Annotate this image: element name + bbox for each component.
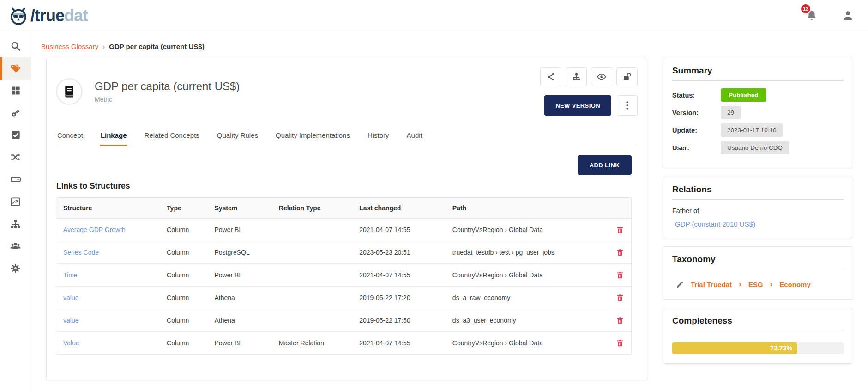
share-button[interactable] — [540, 67, 561, 86]
users-icon — [10, 240, 21, 252]
sidebar-item-analytics[interactable] — [0, 190, 31, 213]
cell-last-changed: 2021-04-07 14:55 — [352, 332, 446, 354]
user-menu-button[interactable] — [842, 9, 854, 22]
share-icon — [547, 73, 555, 81]
grid-icon — [11, 86, 21, 96]
structure-link[interactable]: Value — [63, 339, 79, 347]
breadcrumb-separator: › — [102, 43, 105, 50]
concept-card: GDP per capita (current US$) Metric — [46, 58, 647, 380]
sidebar-item-settings[interactable] — [0, 257, 31, 279]
tab-related-concepts[interactable]: Related Concepts — [144, 128, 200, 146]
tab-linkage[interactable]: Linkage — [100, 128, 127, 146]
tab-quality-implementations[interactable]: Quality Implementations — [275, 128, 350, 146]
sidebar-item-quality[interactable] — [0, 124, 31, 146]
add-link-button[interactable]: ADD LINK — [578, 155, 632, 175]
delete-link-button[interactable] — [616, 271, 624, 279]
taxonomy-link-subdomain[interactable]: ESG — [748, 281, 763, 288]
column-header-type: Type — [160, 198, 207, 219]
links-section-title: Links to Structures — [56, 181, 638, 191]
taxonomy-separator: › — [739, 280, 741, 289]
trash-icon — [616, 271, 624, 279]
top-header: /truedat 13 — [0, 0, 868, 31]
delete-link-button[interactable] — [616, 316, 624, 325]
tab-concept[interactable]: Concept — [57, 128, 84, 146]
sidebar-item-permissions[interactable] — [0, 102, 31, 124]
chart-icon — [10, 196, 21, 207]
tab-history[interactable]: History — [367, 128, 390, 146]
sidebar-item-structures[interactable] — [0, 168, 31, 190]
cell-type: Column — [160, 219, 207, 241]
taxonomy-link-leaf[interactable]: Economy — [779, 281, 811, 288]
column-header-relation-type: Relation Type — [272, 198, 352, 219]
trash-icon — [616, 226, 624, 234]
breadcrumb: Business Glossary › GDP per capita (curr… — [41, 43, 853, 50]
breadcrumb-current: GDP per capita (current US$) — [109, 43, 204, 50]
relations-title: Relations — [672, 184, 844, 200]
user-label: User: — [672, 144, 721, 152]
structure-link[interactable]: Series Code — [63, 249, 99, 256]
delete-link-button[interactable] — [616, 248, 624, 257]
tab-audit[interactable]: Audit — [406, 128, 423, 146]
column-header-last-changed: Last changed — [352, 198, 446, 219]
page-title: GDP per capita (current US$) — [95, 80, 240, 93]
table-row: Series Code Column PostgreSQL 2023-05-23… — [56, 241, 631, 264]
cell-relation-type — [272, 241, 352, 264]
completeness-panel: Completeness 72.73% — [663, 308, 853, 364]
cell-relation-type — [272, 264, 352, 287]
user-icon — [842, 9, 854, 22]
key-icon — [10, 107, 21, 118]
table-row: Average GDP Growth Column Power BI 2021-… — [56, 219, 631, 241]
table-row: Time Column Power BI 2021-04-07 14:55 Co… — [56, 264, 631, 287]
breadcrumb-parent-link[interactable]: Business Glossary — [41, 43, 98, 50]
sidebar-item-taxonomy[interactable] — [0, 213, 31, 235]
relation-concept-link[interactable]: GDP (constant 2010 US$) — [675, 220, 755, 228]
completeness-progress-bar: 72.73% — [672, 342, 844, 354]
truedat-logo[interactable]: /truedat — [8, 6, 88, 25]
watch-button[interactable] — [591, 67, 612, 86]
sidebar-item-glossary[interactable] — [0, 57, 31, 80]
more-actions-button[interactable] — [617, 95, 638, 116]
table-row: value Column Athena 2019-05-22 17:20 ds_… — [56, 287, 631, 309]
completeness-progress-fill: 72.73% — [672, 342, 797, 354]
tab-quality-rules[interactable]: Quality Rules — [217, 128, 259, 146]
structure-link[interactable]: value — [63, 294, 78, 301]
new-version-button[interactable]: NEW VERSION — [544, 95, 611, 116]
structure-link[interactable]: value — [63, 317, 78, 324]
structure-link[interactable]: Time — [63, 271, 78, 279]
trash-icon — [616, 339, 624, 347]
sidebar-item-lineage[interactable] — [0, 146, 31, 168]
sidebar-item-search[interactable] — [0, 35, 31, 57]
shuffle-icon — [10, 152, 21, 163]
cell-type: Column — [160, 287, 207, 309]
lock-button[interactable] — [616, 67, 638, 86]
structure-link[interactable]: Average GDP Growth — [63, 226, 126, 233]
cell-path: CountryVsRegion › Global Data — [446, 219, 609, 241]
delete-link-button[interactable] — [616, 294, 624, 302]
sidebar-item-dashboards[interactable] — [0, 80, 31, 102]
relations-panel: Relations Father of GDP (constant 2010 U… — [663, 177, 853, 238]
sitemap-icon — [10, 219, 21, 229]
cell-relation-type — [272, 219, 352, 241]
lineage-button[interactable] — [566, 67, 587, 86]
sidebar-item-users[interactable] — [0, 235, 31, 257]
cell-path: ds_a_raw_economy — [446, 287, 609, 309]
check-square-icon — [11, 130, 21, 140]
edit-taxonomy-button[interactable] — [676, 281, 684, 288]
cell-system: Power BI — [207, 332, 271, 354]
book-icon — [62, 85, 76, 98]
column-header-path: Path — [446, 198, 609, 219]
column-header-system: System — [207, 198, 271, 219]
cell-relation-type: Master Relation — [272, 332, 352, 354]
column-header-actions — [609, 198, 631, 219]
delete-link-button[interactable] — [616, 339, 624, 347]
cell-last-changed: 2019-05-22 17:50 — [352, 309, 446, 332]
cell-system: Athena — [207, 287, 271, 309]
right-sidebar: Summary Status: Published Version: 29 Up… — [663, 58, 853, 364]
owl-logo-icon — [8, 6, 29, 25]
taxonomy-link-domain[interactable]: Trial Truedat — [691, 281, 732, 288]
table-row: Value Column Power BI Master Relation 20… — [56, 332, 631, 354]
status-label: Status: — [672, 92, 721, 99]
delete-link-button[interactable] — [616, 226, 624, 234]
trash-icon — [616, 316, 624, 325]
notifications-button[interactable]: 13 — [806, 10, 818, 22]
